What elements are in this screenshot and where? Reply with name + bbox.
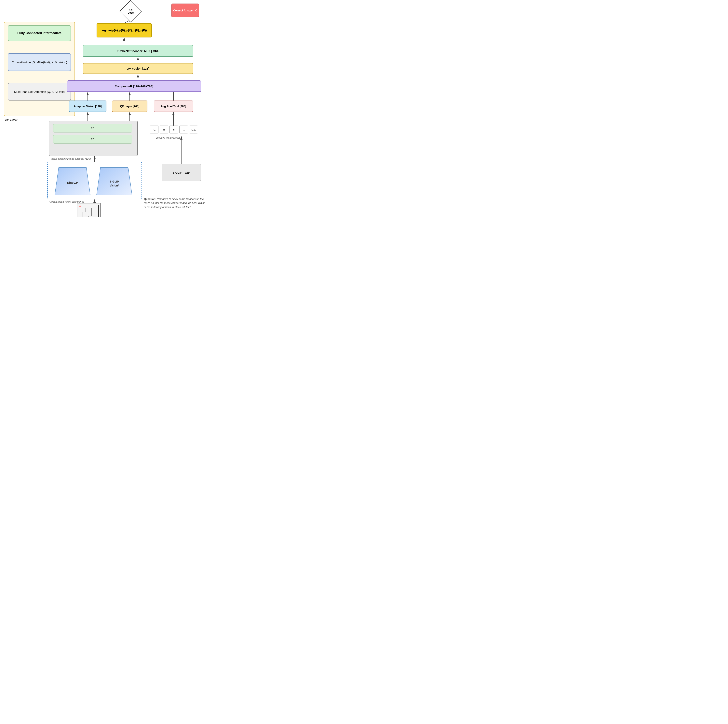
dinov2-backbone: Dinov2* <box>53 165 92 195</box>
puzzle-encoder-label: Puzzle specific image encoder [128] <box>50 157 91 160</box>
maze-image <box>77 203 101 217</box>
fc1-label: FC <box>91 127 95 130</box>
compositeR-label: CompositeR [128+768+768] <box>115 84 153 88</box>
text-tokens-container: h1 h h ... h110 <box>150 124 205 135</box>
token-h1: h1 <box>150 126 159 133</box>
avg-pool-box: Avg Pool Text [768] <box>154 101 193 112</box>
fc-intermediate-box: Fully Connected Intermediate <box>8 25 71 41</box>
ce-loss-shape: CELoss <box>119 0 142 22</box>
multihead-box: MultiHead Self-Attention (Q, K, V: text) <box>8 83 71 101</box>
svg-rect-43 <box>80 205 81 207</box>
qf-layer-label: QF Layer <box>5 118 18 121</box>
avg-pool-label: Avg Pool Text [768] <box>161 105 186 108</box>
fc-box-1: FC <box>53 124 132 132</box>
crossattn-box: Crossattention (Q: MHA(text); K, V: visi… <box>8 53 71 71</box>
fc2-label: FC <box>91 138 95 141</box>
architecture-diagram: QF Layer Fully Connected Intermediate Cr… <box>0 0 217 217</box>
crossattn-label: Crossattention (Q: MHA(text); K, V: visi… <box>12 61 67 64</box>
ce-loss-label: CELoss <box>128 8 134 14</box>
encoded-text-label: Encoded text sequence <box>156 136 180 139</box>
qv-fusion-box: QV Fusion [128] <box>83 63 193 74</box>
frozen-label: Frozen fused vision backbones <box>49 200 84 203</box>
question-prefix: Question: <box>144 197 156 201</box>
adaptive-vision-label: Adaptive Vision [128] <box>74 105 101 108</box>
ce-loss-diamond: CELoss <box>122 2 139 20</box>
svg-text:Vision*: Vision* <box>110 184 119 187</box>
correct-answer-box: Correct Answer: C <box>171 3 199 17</box>
siglip-text-label: SIGLIP Text* <box>173 171 190 174</box>
multihead-label: MultiHead Self-Attention (Q, K, V: text) <box>14 90 65 93</box>
qf-layer-small-box: QF Layer [768] <box>112 101 147 112</box>
fc-intermediate-label: Fully Connected Intermediate <box>17 31 61 35</box>
qv-fusion-label: QV Fusion [128] <box>127 67 149 70</box>
argmax-box: argmax(p(A), p(B), p(C), p(D), p(E)) <box>96 23 152 37</box>
puzzlenet-box: PuzzleNetDecoder: MLP | GRU <box>83 45 193 57</box>
token-ellipsis: ... <box>179 126 188 133</box>
svg-text:SIGLIP: SIGLIP <box>110 180 119 183</box>
compositeR-box: CompositeR [128+768+768] <box>67 80 201 92</box>
fc-box-2: FC <box>53 135 132 144</box>
argmax-label: argmax(p(A), p(B), p(C), p(D), p(E)) <box>101 29 147 32</box>
token-h3: h <box>170 126 178 133</box>
adaptive-vision-box: Adaptive Vision [128] <box>69 101 106 112</box>
qf-layer-small-label: QF Layer [768] <box>120 105 139 108</box>
siglip-text-box: SIGLIP Text* <box>162 164 201 181</box>
correct-answer-label: Correct Answer: C <box>173 9 197 12</box>
question-box: Question: You have to block some locatio… <box>144 197 207 209</box>
token-h2: h <box>160 126 168 133</box>
svg-text:Dinov2*: Dinov2* <box>67 181 78 184</box>
siglip-vision-backbone: SIGLIP Vision* <box>95 165 134 195</box>
puzzlenet-label: PuzzleNetDecoder: MLP | GRU <box>116 49 159 53</box>
token-h110: h110 <box>189 126 198 133</box>
